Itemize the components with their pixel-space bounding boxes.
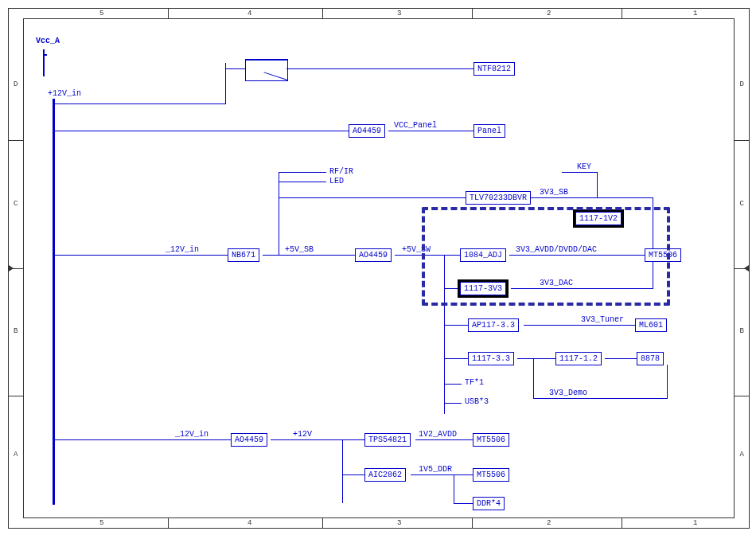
rail-12v-in: +12V_in: [48, 89, 81, 98]
net-3v3-tuner: 3V3_Tuner: [581, 315, 624, 324]
bus-12v-in: [53, 99, 55, 505]
zone-row-b-left: B: [14, 327, 18, 335]
wire: [444, 325, 468, 326]
wire: [562, 172, 597, 173]
rail-vcc-a: Vcc_A: [36, 37, 60, 45]
wire: [279, 182, 326, 182]
zone-col-2-top: 2: [547, 10, 551, 18]
dashed-group: [422, 207, 670, 306]
zone-row-d-left: D: [14, 80, 18, 88]
block-ao4459-b: AO4459: [355, 248, 392, 262]
wire: [54, 439, 231, 440]
zone-row-c-left: C: [14, 200, 18, 208]
block-ao4459-a: AO4459: [349, 124, 385, 138]
wire: [279, 197, 466, 198]
block-tps54821: TPS54821: [364, 433, 411, 447]
block-ap117-3.3: AP117-3.3: [468, 318, 519, 332]
zone-col-1-bot: 1: [693, 519, 697, 527]
wire: [454, 474, 454, 503]
block-nb671: NB671: [228, 248, 259, 262]
wire: [54, 131, 349, 131]
wire: [54, 103, 225, 104]
zone-col-2-bot: 2: [547, 519, 551, 527]
net-1v2-avdd: 1V2_AVDD: [419, 430, 457, 439]
net-1v5-ddr: 1V5_DDR: [419, 465, 452, 474]
zone-col-1-top: 1: [693, 10, 697, 18]
net-3v3-sb: 3V3_SB: [540, 188, 568, 197]
block-panel: Panel: [473, 124, 505, 138]
wire: [444, 384, 462, 385]
zone-row-a-left: A: [14, 451, 18, 459]
wire: [54, 255, 228, 256]
wire: [605, 358, 637, 359]
wire: [388, 131, 473, 131]
wire: [279, 172, 279, 255]
net-5v-sb: +5V_SB: [285, 245, 314, 254]
wire: [530, 197, 653, 198]
block-1117-3.3: 1117-3.3: [468, 352, 514, 365]
wire: [533, 358, 534, 398]
wire: [454, 503, 473, 504]
schematic-sheet: 5 4 3 2 1 5 4 3 2 1 D C B A D C B A Vcc_…: [8, 8, 750, 529]
zone-col-5-top: 5: [99, 10, 103, 18]
wire: [597, 172, 598, 197]
net-key: KEY: [577, 162, 591, 171]
block-ml601: ML601: [635, 318, 667, 332]
zone-row-c-right: C: [740, 200, 744, 208]
net-usb3: USB*3: [465, 397, 489, 406]
wire: [524, 325, 635, 326]
wire: [263, 255, 355, 256]
block-mt5506-c: MT5506: [473, 468, 509, 482]
zone-row-a-right: A: [740, 451, 744, 459]
net-12v-in-mid: _12V_in: [166, 245, 199, 254]
zone-col-3-top: 3: [397, 10, 401, 18]
wire: [271, 439, 364, 440]
block-ntf8212: NTF8212: [473, 62, 515, 76]
zone-row-d-right: D: [740, 80, 744, 88]
block-1117-1.2: 1117-1.2: [555, 352, 602, 365]
zone-col-4-bot: 4: [247, 519, 251, 527]
net-vcc-panel: VCC_Panel: [394, 121, 437, 130]
wire: [415, 439, 473, 440]
net-led: LED: [329, 177, 344, 185]
zone-row-b-right: B: [740, 327, 744, 335]
wire: [667, 365, 668, 399]
block-mt5506-b: MT5506: [473, 433, 509, 447]
net-12v: +12V: [293, 430, 312, 439]
net-3v3-demo: 3V3_Demo: [549, 389, 587, 397]
wire: [279, 172, 326, 173]
wire: [342, 439, 343, 503]
wire: [225, 68, 245, 69]
block-tlv70233: TLV70233DBVR: [466, 191, 531, 205]
block-8878: 8878: [637, 352, 664, 365]
drawing-area: Vcc_A +12V_in NTF8212 AO4459 VCC_Panel P…: [23, 18, 735, 518]
block-ddr4: DDR*4: [473, 497, 505, 510]
relay-symbol: [245, 59, 288, 81]
wire: [342, 474, 364, 475]
wire: [43, 54, 47, 56]
net-12v-in-bot: _12V_in: [175, 430, 208, 439]
wire: [411, 474, 473, 475]
block-aic2862: AIC2862: [364, 468, 406, 482]
wire: [444, 358, 468, 359]
wire: [286, 68, 473, 69]
net-tf1: TF*1: [465, 378, 484, 387]
block-ao4459-c: AO4459: [231, 433, 267, 447]
wire: [444, 403, 462, 404]
right-arrow-icon: [744, 265, 749, 271]
zone-col-5-bot: 5: [99, 519, 103, 527]
zone-col-4-top: 4: [247, 10, 251, 18]
left-arrow-icon: [9, 265, 14, 271]
wire: [533, 398, 667, 399]
net-rf-ir: RF/IR: [329, 167, 353, 176]
zone-col-3-bot: 3: [397, 519, 401, 527]
wire: [517, 358, 555, 359]
